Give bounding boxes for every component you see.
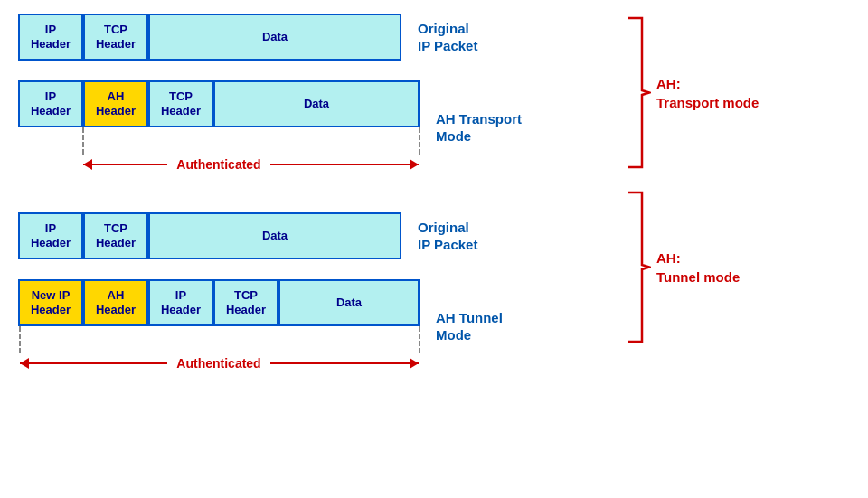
ah-header-block: AHHeader — [83, 80, 148, 127]
transport-auth-label: Authenticated — [167, 157, 269, 172]
tunnel-original-row: IPHeader TCPHeader Data Original IP Pack… — [18, 212, 615, 259]
transport-dashed-area — [18, 127, 420, 155]
tunnel-inner-tcp-block: TCPHeader — [213, 279, 278, 326]
transport-auth-row: Authenticated — [18, 155, 420, 174]
tunnel-original-label: Original IP Packet — [418, 219, 477, 254]
transport-original-packet: IPHeader TCPHeader Data — [18, 14, 401, 61]
tunnel-auth-row: Authenticated — [18, 353, 420, 373]
right-labels: AH: Transport mode AH: Tunnel mode — [615, 14, 796, 377]
tunnel-mode-label: AH: Tunnel mode — [656, 249, 740, 287]
tunnel-ah-label: AH Tunnel Mode — [436, 309, 503, 344]
tunnel-auth-arrow-right-head — [410, 358, 419, 369]
tunnel-dashed-area — [18, 326, 420, 353]
spacer1 — [18, 64, 615, 80]
tunnel-data-block: Data — [148, 212, 401, 259]
transport-mode-label: AH: Transport mode — [656, 74, 759, 112]
transport-brace-area: AH: Transport mode — [624, 14, 796, 172]
tunnel-dashed-line-right — [419, 326, 420, 353]
spacer2 — [18, 263, 615, 279]
tunnel-brace-area: AH: Tunnel mode — [624, 188, 796, 346]
tunnel-auth-label: Authenticated — [167, 356, 269, 371]
new-ip-header-block: New IPHeader — [18, 279, 83, 326]
auth-arrow-left-head — [83, 159, 92, 170]
tunnel-tcp-header-block: TCPHeader — [83, 212, 148, 259]
tunnel-original-packet: IPHeader TCPHeader Data — [18, 212, 401, 259]
ah-tcp-header-block: TCPHeader — [148, 80, 213, 127]
transport-ah-packet: IPHeader AHHeader TCPHeader Data — [18, 80, 420, 127]
transport-brace-svg — [624, 14, 651, 172]
transport-original-row: IPHeader TCPHeader Data Original IP Pack… — [18, 14, 615, 61]
tunnel-brace-svg — [624, 188, 651, 346]
tunnel-ah-packet: New IPHeader AHHeader IPHeader TCPHeader… — [18, 279, 420, 326]
tunnel-auth-arrow-left-head — [20, 358, 29, 369]
transport-original-label: Original IP Packet — [418, 20, 477, 55]
dashed-line-left — [82, 127, 84, 155]
left-content: IPHeader TCPHeader Data Original IP Pack… — [18, 14, 615, 377]
tunnel-dashed-line-left — [19, 326, 21, 353]
tunnel-inner-data-block: Data — [278, 279, 420, 326]
transport-ah-row: IPHeader AHHeader TCPHeader Data — [18, 80, 615, 174]
tcp-header-block: TCPHeader — [83, 14, 148, 61]
main-layout: IPHeader TCPHeader Data Original IP Pack… — [0, 0, 868, 390]
tunnel-ip-header-block: IPHeader — [18, 212, 83, 259]
tunnel-ah-header-block: AHHeader — [83, 279, 148, 326]
dashed-line-right — [419, 127, 420, 155]
auth-arrow-right-head — [410, 159, 419, 170]
data-block: Data — [148, 14, 401, 61]
ah-data-block: Data — [213, 80, 420, 127]
ah-ip-header-block: IPHeader — [18, 80, 83, 127]
ip-header-block: IPHeader — [18, 14, 83, 61]
tunnel-ah-row: New IPHeader AHHeader IPHeader TCPHeader… — [18, 279, 615, 373]
transport-ah-label: AH Transport Mode — [436, 110, 522, 146]
tunnel-group: IPHeader TCPHeader Data Original IP Pack… — [18, 212, 615, 377]
tunnel-inner-ip-block: IPHeader — [148, 279, 213, 326]
transport-group: IPHeader TCPHeader Data Original IP Pack… — [18, 14, 615, 178]
